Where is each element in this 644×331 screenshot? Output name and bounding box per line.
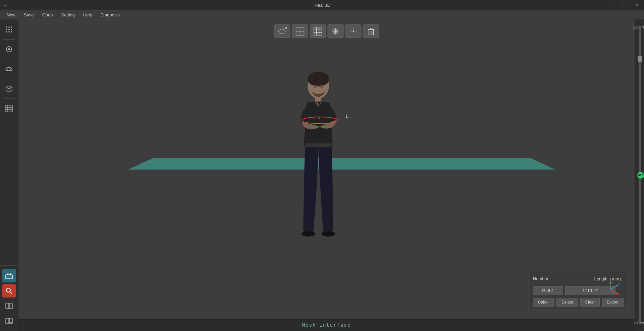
svg-point-0 <box>6 26 7 28</box>
svg-point-63 <box>320 85 323 88</box>
svg-point-3 <box>6 29 7 30</box>
clear-button[interactable]: Clear <box>580 298 600 307</box>
window-controls: — □ ✕ <box>604 0 644 10</box>
grid4-tool-button[interactable] <box>292 24 308 38</box>
3d-person-model <box>290 70 350 257</box>
svg-point-2 <box>11 26 12 28</box>
svg-point-57 <box>308 72 329 86</box>
svg-point-61 <box>322 231 335 237</box>
split-view-dot-icon[interactable] <box>2 314 16 328</box>
menu-new[interactable]: New <box>3 11 19 18</box>
viewport-toolbar <box>274 24 379 38</box>
svg-text:X: X <box>618 293 620 296</box>
grid-dots-icon[interactable] <box>2 23 16 36</box>
svg-point-6 <box>6 31 7 32</box>
sidebar-separator-4 <box>3 98 15 99</box>
svg-point-8 <box>11 31 12 32</box>
titlebar: R iReal 3D — □ ✕ <box>0 0 644 10</box>
search-tool-icon[interactable] <box>2 284 16 297</box>
svg-rect-20 <box>6 105 12 112</box>
toolbox-icon[interactable] <box>2 269 16 282</box>
svg-point-7 <box>8 31 10 32</box>
svg-point-34 <box>278 29 285 34</box>
menu-save[interactable]: Save <box>20 11 37 18</box>
girth-measurement-oval <box>302 117 338 124</box>
left-sidebar <box>0 19 18 331</box>
svg-rect-30 <box>9 303 12 309</box>
ruler-thumb[interactable] <box>638 56 642 62</box>
svg-line-17 <box>9 87 12 89</box>
fan-tool-button[interactable] <box>345 24 361 38</box>
svg-line-69 <box>610 285 617 290</box>
right-ruler: 1200mm 400 200mm <box>635 19 644 331</box>
feature-tool-button[interactable] <box>327 24 343 38</box>
svg-line-28 <box>10 292 12 294</box>
svg-point-5 <box>11 29 12 30</box>
menubar: New Save Open Setting Help Diagnosis <box>0 10 644 19</box>
svg-point-62 <box>314 85 316 88</box>
delete-button[interactable]: Delete <box>556 298 578 307</box>
menu-diagnosis[interactable]: Diagnosis <box>97 11 123 18</box>
ruler-bottom-label: 200mm <box>634 321 644 325</box>
svg-point-27 <box>6 288 10 292</box>
cube-icon[interactable] <box>2 82 16 95</box>
menu-setting[interactable]: Setting <box>58 11 78 18</box>
sidebar-separator-3 <box>3 79 15 79</box>
svg-point-36 <box>286 27 287 28</box>
calc-button[interactable]: Calc··· <box>533 298 554 307</box>
app-title: iReal 3D <box>314 3 330 8</box>
minimize-button[interactable]: — <box>604 0 617 10</box>
sidebar-separator-1 <box>3 39 15 40</box>
girth-number-cell: Girth1 <box>533 286 563 295</box>
menu-help[interactable]: Help <box>80 11 96 18</box>
svg-point-10 <box>8 48 10 50</box>
svg-text:Z: Z <box>618 283 620 286</box>
girth-point-label: 1 <box>345 114 348 119</box>
close-button[interactable]: ✕ <box>631 0 644 10</box>
split-view-icon[interactable] <box>2 299 16 313</box>
app-logo: R <box>0 0 10 10</box>
ruler-value: 400 <box>638 174 643 177</box>
cloud-icon[interactable] <box>2 62 16 76</box>
svg-point-50 <box>353 30 354 32</box>
svg-rect-59 <box>305 143 332 147</box>
svg-rect-31 <box>6 318 9 324</box>
svg-line-18 <box>6 87 9 89</box>
ruler-green-indicator[interactable]: 400 <box>637 172 644 179</box>
svg-rect-25 <box>6 275 12 279</box>
svg-point-49 <box>335 30 336 32</box>
svg-point-4 <box>8 29 10 30</box>
svg-rect-29 <box>6 303 9 309</box>
statusbar: Mesh interface <box>18 319 635 331</box>
svg-rect-40 <box>314 27 322 35</box>
trash-tool-button[interactable] <box>363 24 379 38</box>
col-number-label: Number <box>533 276 548 282</box>
grid-mesh-icon[interactable] <box>2 102 16 115</box>
svg-point-60 <box>302 231 315 237</box>
statusbar-text: Mesh interface <box>302 323 351 328</box>
svg-text:Y: Y <box>611 281 613 285</box>
svg-point-1 <box>8 26 10 28</box>
sidebar-separator-2 <box>3 59 15 59</box>
menu-open[interactable]: Open <box>39 11 56 18</box>
maximize-button[interactable]: □ <box>617 0 631 10</box>
axis-gizmo: Y Z X <box>601 281 618 297</box>
viewport[interactable]: 1 Number Length（mm） Girth1 1113.27 Calc·… <box>18 19 635 331</box>
grid9-tool-button[interactable] <box>310 24 326 38</box>
refresh-icon[interactable] <box>2 43 16 56</box>
svg-point-33 <box>10 322 12 323</box>
lasso-tool-button[interactable] <box>274 24 290 38</box>
main-layout: 1 Number Length（mm） Girth1 1113.27 Calc·… <box>0 19 644 331</box>
